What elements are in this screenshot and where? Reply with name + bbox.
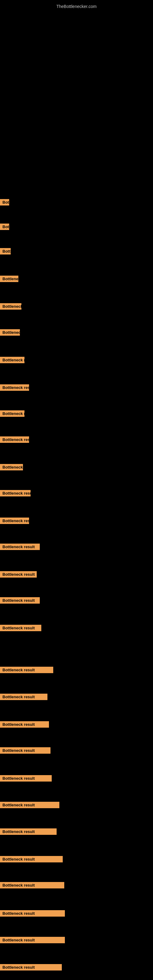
bottleneck-result-label: Bottleneck result (0, 436, 29, 443)
bottleneck-result-label: Bottleneck result (0, 597, 40, 604)
bottleneck-result-label: Bottleneck result (0, 544, 40, 550)
bottleneck-result-label: Bottleneck result (0, 910, 65, 916)
bottleneck-result-label: Bottleneck result (0, 517, 29, 524)
bottleneck-result-label: Bottleneck result (0, 937, 65, 943)
bottleneck-result-label: Bottleneck result (0, 384, 29, 391)
site-title: TheBottlenecker.com (0, 2, 153, 11)
bottleneck-result-label: Bottleneck result (0, 275, 18, 282)
bottleneck-result-label: Bottleneck result (0, 882, 64, 888)
bottleneck-result-label: Bottleneck result (0, 410, 24, 417)
bottleneck-result-label: Bottleneck result (0, 747, 51, 754)
bottleneck-result-label: Bottleneck result (0, 224, 9, 230)
bottleneck-result-label: Bottleneck result (0, 964, 62, 970)
bottleneck-result-label: Bottleneck result (0, 694, 48, 700)
bottleneck-result-label: Bottleneck result (0, 357, 24, 363)
bottleneck-result-label: Bottleneck result (0, 571, 37, 578)
bottleneck-result-label: Bottleneck result (0, 248, 11, 255)
bottleneck-result-label: Bottleneck result (0, 802, 59, 808)
bottleneck-result-label: Bottleneck result (0, 490, 30, 496)
bottleneck-result-label: Bottleneck result (0, 721, 49, 728)
bottleneck-result-label: Bottleneck result (0, 464, 23, 470)
bottleneck-result-label: Bottleneck result (0, 199, 9, 205)
bottleneck-result-label: Bottleneck result (0, 829, 57, 835)
bottleneck-result-label: Bottleneck result (0, 667, 53, 673)
bottleneck-result-label: Bottleneck result (0, 329, 20, 336)
bottleneck-result-label: Bottleneck result (0, 775, 52, 781)
bottleneck-result-label: Bottleneck result (0, 625, 41, 631)
bottleneck-result-label: Bottleneck result (0, 303, 21, 310)
bottleneck-result-label: Bottleneck result (0, 856, 63, 862)
